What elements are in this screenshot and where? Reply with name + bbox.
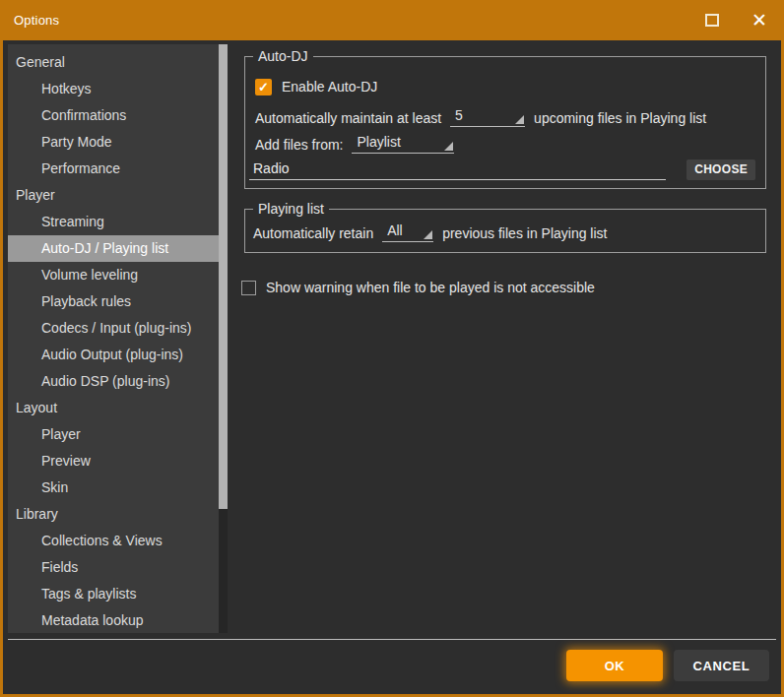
sidebar-scrollbar[interactable] bbox=[219, 44, 228, 633]
choose-button[interactable]: CHOOSE bbox=[686, 159, 755, 180]
window-title: Options bbox=[14, 13, 59, 28]
dropdown-arrow-icon bbox=[444, 142, 453, 151]
checkbox-checked-icon: ✓ bbox=[255, 79, 272, 95]
maximize-icon bbox=[705, 14, 719, 27]
window-controls: ✕ bbox=[699, 0, 772, 40]
autodj-group: Auto-DJ ✓ Enable Auto-DJ Automatically m… bbox=[244, 56, 766, 189]
sidebar-item-metadata-lookup[interactable]: Metadata lookup bbox=[8, 607, 219, 634]
show-warning-label: Show warning when file to be played is n… bbox=[266, 279, 595, 296]
sidebar: General Hotkeys Confirmations Party Mode… bbox=[8, 44, 219, 633]
retain-count-value: All bbox=[387, 222, 403, 238]
sidebar-item-volume-leveling[interactable]: Volume leveling bbox=[8, 262, 219, 288]
playing-list-group-legend: Playing list bbox=[253, 201, 329, 218]
maintain-suffix-label: upcoming files in Playing list bbox=[534, 109, 706, 127]
dropdown-arrow-icon bbox=[424, 230, 432, 239]
scrollbar-thumb[interactable] bbox=[219, 44, 228, 509]
playing-list-group: Playing list Automatically retain All pr… bbox=[244, 209, 766, 253]
options-window: Options ✕ General Hotkeys Confirmations … bbox=[0, 0, 784, 697]
close-icon: ✕ bbox=[751, 11, 767, 30]
sidebar-item-fields[interactable]: Fields bbox=[8, 554, 219, 581]
sidebar-item-layout[interactable]: Layout bbox=[8, 395, 219, 421]
checkbox-unchecked-icon bbox=[241, 281, 256, 295]
sidebar-item-auto-dj-playing-list[interactable]: Auto-DJ / Playing list bbox=[8, 235, 219, 262]
sidebar-item-party-mode[interactable]: Party Mode bbox=[8, 129, 219, 156]
settings-panel: Auto-DJ ✓ Enable Auto-DJ Automatically m… bbox=[244, 44, 768, 635]
close-button[interactable]: ✕ bbox=[747, 8, 772, 33]
source-row: CHOOSE bbox=[249, 159, 755, 180]
autodj-group-legend: Auto-DJ bbox=[253, 48, 313, 65]
maintain-row: Automatically maintain at least 5 upcomi… bbox=[255, 107, 706, 127]
retain-count-dropdown[interactable]: All bbox=[382, 222, 433, 242]
sidebar-item-codecs-input[interactable]: Codecs / Input (plug-ins) bbox=[8, 315, 219, 342]
sidebar-item-streaming[interactable]: Streaming bbox=[8, 209, 219, 235]
sidebar-item-tags-playlists[interactable]: Tags & playlists bbox=[8, 581, 219, 607]
titlebar: Options ✕ bbox=[0, 0, 784, 40]
add-files-row: Add files from: Playlist bbox=[255, 134, 454, 154]
show-warning-checkbox[interactable]: Show warning when file to be played is n… bbox=[241, 279, 595, 296]
maintain-prefix-label: Automatically maintain at least bbox=[255, 109, 441, 127]
sidebar-item-performance[interactable]: Performance bbox=[8, 156, 219, 182]
retain-prefix-label: Automatically retain bbox=[253, 224, 373, 242]
sidebar-item-layout-player[interactable]: Player bbox=[8, 421, 219, 448]
sidebar-item-playback-rules[interactable]: Playback rules bbox=[8, 288, 219, 315]
add-files-label: Add files from: bbox=[255, 136, 343, 154]
sidebar-item-audio-output[interactable]: Audio Output (plug-ins) bbox=[8, 342, 219, 368]
maintain-count-dropdown[interactable]: 5 bbox=[450, 107, 525, 127]
footer-separator bbox=[8, 639, 776, 640]
source-input[interactable] bbox=[249, 160, 666, 180]
retain-suffix-label: previous files in Playing list bbox=[442, 224, 607, 242]
maintain-count-value: 5 bbox=[455, 107, 463, 123]
ok-button[interactable]: OK bbox=[566, 650, 663, 681]
cancel-button[interactable]: CANCEL bbox=[674, 650, 769, 681]
sidebar-item-general[interactable]: General bbox=[8, 49, 219, 76]
sidebar-item-preview[interactable]: Preview bbox=[8, 448, 219, 475]
retain-row: Automatically retain All previous files … bbox=[253, 222, 607, 242]
maximize-button[interactable] bbox=[699, 8, 725, 33]
dialog-body: General Hotkeys Confirmations Party Mode… bbox=[3, 40, 781, 694]
enable-autodj-checkbox[interactable]: ✓ Enable Auto-DJ bbox=[255, 78, 377, 95]
dropdown-arrow-icon bbox=[515, 115, 524, 124]
enable-autodj-label: Enable Auto-DJ bbox=[282, 78, 377, 95]
sidebar-item-skin[interactable]: Skin bbox=[8, 475, 219, 501]
add-files-source-dropdown[interactable]: Playlist bbox=[352, 134, 454, 154]
sidebar-item-hotkeys[interactable]: Hotkeys bbox=[8, 76, 219, 102]
sidebar-item-library[interactable]: Library bbox=[8, 501, 219, 528]
sidebar-item-player[interactable]: Player bbox=[8, 182, 219, 209]
sidebar-item-collections-views[interactable]: Collections & Views bbox=[8, 528, 219, 554]
sidebar-item-audio-dsp[interactable]: Audio DSP (plug-ins) bbox=[8, 368, 219, 395]
sidebar-item-confirmations[interactable]: Confirmations bbox=[8, 102, 219, 129]
add-files-source-value: Playlist bbox=[357, 134, 400, 150]
